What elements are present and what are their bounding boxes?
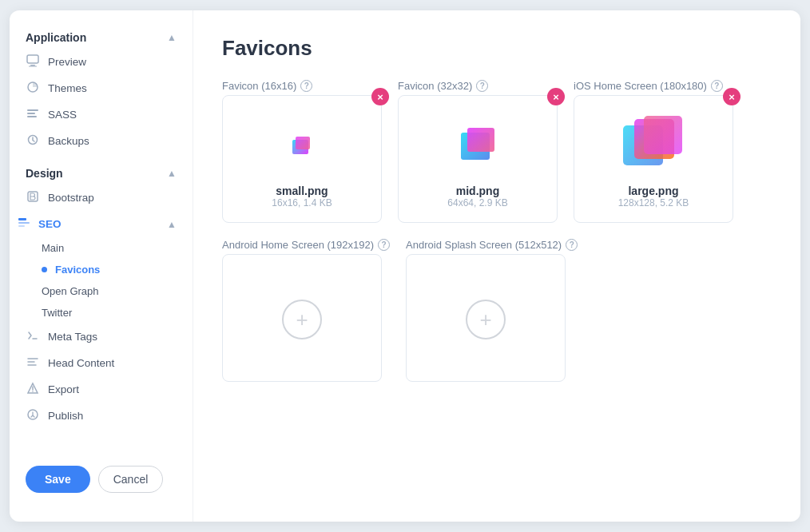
svg-point-14 [32,391,34,392]
favicon-16-name: small.png [276,185,328,197]
sidebar-subitem-opengraph[interactable]: Open Graph [34,280,193,302]
sidebar-subitem-favicons[interactable]: Favicons [34,259,193,280]
favicon-android-home-section: Android Home Screen (192x192) ? + [222,239,390,382]
seo-label: SEO [38,218,62,230]
svg-rect-5 [27,113,35,114]
favicon-32-remove-button[interactable]: × [547,88,565,105]
metatags-icon [26,329,40,344]
favicon-ios-card: × large.png [574,95,733,223]
favicon-16-section: Favicon (16x16) ? × small.png 16x1 [222,80,382,223]
favicon-ios-meta: 128x128, 5.2 KB [618,197,689,208]
headcontent-icon [26,355,40,371]
svg-rect-6 [27,116,37,117]
favicon-android-home-label: Android Home Screen (192x192) [222,239,374,251]
svg-rect-22 [644,116,682,154]
favicon-ios-img [621,113,685,177]
application-section-header[interactable]: Application ▲ [10,26,193,49]
seo-chevron-icon: ▲ [167,219,177,230]
favicon-ios-label: iOS Home Screen (180x180) [574,80,707,92]
favicon-16-remove-button[interactable]: × [371,88,389,105]
favicon-android-splash-card[interactable]: + [406,254,566,382]
svg-rect-10 [18,222,30,224]
save-button[interactable]: Save [26,466,90,493]
favicon-32-section: Favicon (32x32) ? × mid.png 64x64, [398,80,558,223]
favicon-android-home-card[interactable]: + [222,254,382,382]
sidebar-item-headcontent[interactable]: Head Content [10,350,193,376]
export-label: Export [48,383,79,395]
svg-rect-2 [29,66,37,67]
favicon-ios-section: iOS Home Screen (180x180) ? × [574,80,733,223]
favicon-android-splash-label: Android Splash Screen (512x512) [406,239,562,251]
page-title: Favicons [222,36,772,61]
sidebar-item-bootstrap[interactable]: Bootstrap [10,185,193,211]
design-chevron-icon: ▲ [167,168,177,179]
sidebar-item-preview[interactable]: Preview [10,49,193,75]
main-content: Favicons Favicon (16x16) ? × [193,10,800,522]
svg-rect-1 [30,65,35,66]
preview-label: Preview [48,56,86,68]
favicons-label: Favicons [55,264,100,276]
favicon-32-help-icon[interactable]: ? [476,80,488,92]
export-icon [26,382,40,397]
twitter-label: Twitter [42,307,72,319]
preview-icon [26,54,40,69]
favicon-android-splash-section: Android Splash Screen (512x512) ? + [406,239,578,382]
main-label: Main [42,242,64,254]
sidebar-item-backups[interactable]: Backups [10,128,193,154]
favicon-ios-remove-button[interactable]: × [723,88,741,105]
favicon-android-home-add-button[interactable]: + [282,300,322,339]
seo-section-header[interactable]: SEO ▲ [10,211,193,237]
favicon-16-label-row: Favicon (16x16) ? [222,80,382,92]
favicon-android-splash-label-row: Android Splash Screen (512x512) ? [406,239,578,251]
seo-icon [18,216,30,232]
favicon-ios-help-icon[interactable]: ? [711,80,723,92]
svg-rect-4 [27,109,38,111]
favicons-row-2: Android Home Screen (192x192) ? + Androi… [222,239,772,382]
favicon-android-home-help-icon[interactable]: ? [378,239,390,251]
backups-icon [26,133,40,149]
sidebar-subitem-twitter[interactable]: Twitter [34,302,193,324]
sass-icon [26,107,40,122]
favicon-ios-name: large.png [628,185,678,197]
design-section-header[interactable]: Design ▲ [10,162,193,185]
publish-icon [26,408,40,423]
favicon-16-card: × small.png 16x16, 1.4 KB [222,95,382,223]
bootstrap-icon [26,190,40,205]
favicon-16-img [270,113,334,177]
bootstrap-label: Bootstrap [48,192,94,204]
sass-label: SASS [48,109,77,121]
sidebar-item-metatags[interactable]: Meta Tags [10,324,193,350]
favicon-32-card: × mid.png 64x64, 2.9 KB [398,95,558,223]
favicon-android-home-label-row: Android Home Screen (192x192) ? [222,239,390,251]
sidebar-item-export[interactable]: Export [10,376,193,403]
headcontent-label: Head Content [48,357,114,369]
themes-label: Themes [48,82,87,94]
sidebar-item-publish[interactable]: Publish [10,403,193,429]
design-section-title: Design [26,167,63,180]
svg-rect-17 [296,137,310,149]
favicon-android-splash-add-button[interactable]: + [466,300,506,339]
sidebar: Application ▲ Preview Themes SASS Back [10,10,193,522]
favicon-32-label-row: Favicon (32x32) ? [398,80,558,92]
svg-rect-11 [18,225,25,227]
favicon-32-meta: 64x64, 2.9 KB [447,197,507,208]
publish-label: Publish [48,410,83,422]
application-chevron-icon: ▲ [167,32,177,43]
favicon-32-name: mid.png [456,185,499,197]
sidebar-item-sass[interactable]: SASS [10,101,193,128]
favicon-16-help-icon[interactable]: ? [300,80,312,92]
themes-icon [26,81,40,96]
opengraph-label: Open Graph [42,285,99,297]
active-dot-icon [42,267,47,272]
sidebar-subitem-main[interactable]: Main [34,237,193,259]
sidebar-item-themes[interactable]: Themes [10,75,193,101]
favicon-16-label: Favicon (16x16) [222,80,296,92]
svg-rect-19 [467,128,494,152]
seo-subitems: Main Favicons Open Graph Twitter [10,237,193,324]
favicons-row-1: Favicon (16x16) ? × small.png 16x1 [222,80,772,223]
backups-label: Backups [48,135,89,147]
app-container: Application ▲ Preview Themes SASS Back [10,10,800,522]
favicon-android-splash-help-icon[interactable]: ? [566,239,578,251]
cancel-button[interactable]: Cancel [98,466,164,493]
sidebar-footer: Save Cancel [10,453,193,506]
